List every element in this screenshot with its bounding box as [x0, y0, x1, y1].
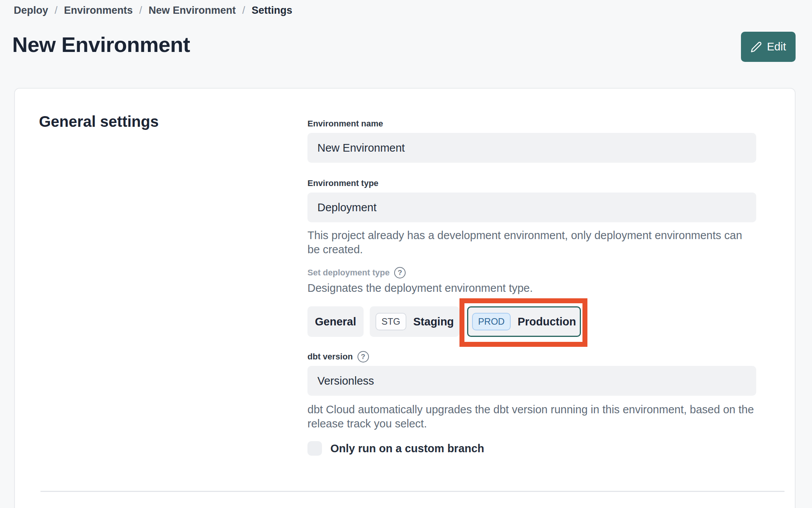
environment-name-input[interactable]: New Environment: [307, 133, 756, 163]
section-divider: [40, 491, 785, 492]
breadcrumb: Deploy / Environments / New Environment …: [14, 5, 292, 16]
section-title: General settings: [39, 113, 159, 130]
dbt-version-label: dbt version ?: [307, 351, 756, 362]
deployment-type-option-staging[interactable]: STG Staging: [370, 306, 459, 337]
breadcrumb-separator: /: [139, 5, 142, 16]
pencil-icon: [751, 41, 762, 53]
edit-button-label: Edit: [767, 40, 786, 53]
production-option-label: Production: [518, 315, 576, 328]
general-option-label: General: [315, 315, 356, 328]
custom-branch-row: Only run on a custom branch: [307, 441, 756, 456]
page-title: New Environment: [12, 32, 190, 57]
dbt-version-select[interactable]: Versionless: [307, 366, 756, 396]
dbt-version-value: Versionless: [317, 375, 374, 387]
environment-name-value: New Environment: [317, 142, 405, 154]
dbt-version-help-text: dbt Cloud automatically upgrades the dbt…: [307, 403, 756, 431]
environment-type-label: Environment type: [307, 178, 756, 189]
breadcrumb-separator: /: [55, 5, 58, 16]
breadcrumb-new-environment[interactable]: New Environment: [149, 5, 236, 16]
deployment-type-option-production[interactable]: PROD Production: [467, 306, 581, 337]
deployment-type-label-text: Set deployment type: [307, 268, 390, 278]
breadcrumb-deploy[interactable]: Deploy: [14, 5, 48, 16]
custom-branch-label: Only run on a custom branch: [330, 442, 484, 455]
question-circle-icon[interactable]: ?: [394, 267, 406, 278]
deployment-type-label: Set deployment type ?: [307, 267, 756, 278]
deployment-type-description: Designates the deployment environment ty…: [307, 281, 756, 295]
deployment-type-options: General STG Staging PROD Production: [307, 306, 756, 337]
staging-badge: STG: [375, 313, 406, 330]
staging-option-label: Staging: [413, 315, 454, 328]
environment-name-label: Environment name: [307, 118, 756, 129]
environment-type-select[interactable]: Deployment: [307, 193, 756, 222]
question-circle-icon[interactable]: ?: [357, 351, 369, 362]
breadcrumb-separator: /: [242, 5, 245, 16]
dbt-version-label-text: dbt version: [307, 352, 353, 362]
breadcrumb-settings: Settings: [252, 5, 293, 16]
production-option-wrapper: PROD Production: [467, 306, 581, 337]
settings-form: Environment name New Environment Environ…: [307, 89, 756, 456]
production-badge: PROD: [472, 313, 511, 330]
environment-type-value: Deployment: [317, 201, 377, 214]
edit-button[interactable]: Edit: [741, 32, 796, 62]
breadcrumb-environments[interactable]: Environments: [64, 5, 133, 16]
custom-branch-checkbox[interactable]: [307, 441, 322, 456]
deployment-type-option-general[interactable]: General: [307, 306, 364, 337]
environment-type-help-text: This project already has a development e…: [307, 228, 756, 257]
general-settings-card: General settings Environment name New En…: [14, 88, 796, 508]
